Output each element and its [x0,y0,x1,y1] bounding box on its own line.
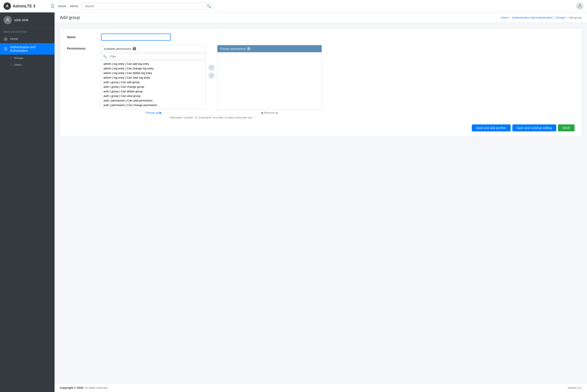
chosen-help-icon[interactable]: ? [247,47,250,50]
breadcrumb-sep: / [510,16,511,19]
search-button[interactable]: 🔍 [207,4,211,8]
svg-point-1 [7,18,8,20]
remove-all-label: Remove all [264,111,278,114]
chosen-header: Chosen permissions ? [217,45,322,52]
footer-version: Version 0.1 [568,386,582,390]
circle-icon [10,64,12,66]
svg-point-0 [579,4,581,6]
sidebar-item-users[interactable]: Users [0,61,54,68]
name-row: Name: [67,34,575,40]
hint-text: Hold down "Control", or "Command" on a M… [170,116,253,119]
brand-name: AdminLTE 3 [13,4,35,8]
choose-all-icon: ▶ [159,111,162,114]
page-title: Add group [60,15,80,20]
breadcrumb-home[interactable]: Home [501,16,509,19]
sidebar-item-home[interactable]: Home [0,34,54,43]
admin-link[interactable]: Admin [70,4,78,8]
sidebar-item-groups[interactable]: Groups [0,54,54,61]
content-wrap: Add group Home / Authentication and Auth… [54,12,587,392]
breadcrumb-auth[interactable]: Authentication and Authorization [512,16,553,19]
sidebar: n00b n00b MAIN NAVIGATION Home Authentic… [0,12,54,392]
chosen-permissions-box: Chosen permissions ? [217,45,322,110]
remove-all-icon: ◀ [261,111,263,114]
topnav: A AdminLTE 3 ☰ Home Admin 🔍 [0,0,587,12]
arrow-left-button[interactable]: ← [208,72,214,78]
topnav-menu: ☰ Home Admin [51,4,78,9]
sidebar-username: n00b n00b [14,18,28,22]
add-group-form: Name: Permissions: Available permissions… [60,28,582,137]
permissions-row: Permissions: Available permissions ? 🔍 [67,45,575,119]
save-button[interactable]: SAVE [558,124,575,132]
brand: A AdminLTE 3 [3,2,47,10]
breadcrumb-sep: / [567,16,567,19]
form-actions: Save and add another Save and continue e… [67,124,575,132]
user-avatar-icon[interactable] [576,2,584,10]
chosen-permissions-select[interactable] [217,52,322,110]
footer: Copyright © 2019. All rights reserved. V… [54,383,587,392]
available-permissions-box: Available permissions ? 🔍 admin | log e [101,45,206,109]
breadcrumb-sep: / [554,16,555,19]
sidebar-item-users-label: Users [14,63,21,66]
sidebar-nav-title: MAIN NAVIGATION [0,28,54,34]
chosen-label: Chosen permissions [220,47,246,50]
available-header: Available permissions ? [101,45,206,52]
filter-search-icon: 🔍 [103,55,107,58]
shield-icon [3,47,8,51]
filter-wrap: 🔍 [101,52,206,61]
filter-input[interactable] [108,54,204,59]
content-body: Name: Permissions: Available permissions… [54,23,587,383]
sidebar-item-groups-label: Groups [14,56,23,60]
permissions-label: Permissions: [67,45,97,50]
breadcrumb-current: Add group [569,16,582,19]
search-input[interactable] [82,3,213,10]
sidebar-user: n00b n00b [0,12,54,28]
save-continue-button[interactable]: Save and continue editing [512,124,556,132]
available-label: Available permissions [104,47,131,50]
search-wrap: 🔍 [82,3,213,10]
brand-logo: A [3,2,11,10]
save-add-button[interactable]: Save and add another [472,124,511,132]
name-input[interactable] [101,34,171,40]
topnav-right [576,2,584,10]
name-label: Name: [67,34,97,39]
sidebar-item-auth-label: Authentication and Authorization [10,46,51,52]
sidebar-subnav: Groups Users [0,54,54,68]
footer-copyright-bold: Copyright © 2019. [60,386,84,390]
home-icon [3,37,8,41]
available-permissions-list[interactable]: admin | log entry | Can add log entryadm… [101,61,206,109]
footer-rights: All rights reserved. [85,386,108,390]
choose-all-button[interactable]: Choose all ▶ [145,111,161,114]
hamburger-icon[interactable]: ☰ [51,4,54,9]
footer-copyright: Copyright © 2019. All rights reserved. [60,386,108,390]
available-permissions-select[interactable]: admin | log entry | Can add log entryadm… [101,61,206,109]
sidebar-item-home-label: Home [10,37,18,40]
sidebar-item-auth[interactable]: Authentication and Authorization [0,43,54,54]
sidebar-avatar [3,16,12,24]
choose-all-label: Choose all [145,111,158,114]
available-help-icon[interactable]: ? [133,47,136,50]
home-link[interactable]: Home [58,4,66,8]
circle-icon [10,57,12,59]
remove-all-button[interactable]: ◀ Remove all [261,111,278,114]
content-header: Add group Home / Authentication and Auth… [54,12,587,23]
breadcrumb: Home / Authentication and Authorization … [501,16,582,19]
breadcrumb-groups[interactable]: Groups [556,16,566,19]
permissions-arrows: → ← [207,45,215,78]
chosen-permissions-list[interactable] [217,52,322,110]
arrow-right-button[interactable]: → [208,64,214,71]
